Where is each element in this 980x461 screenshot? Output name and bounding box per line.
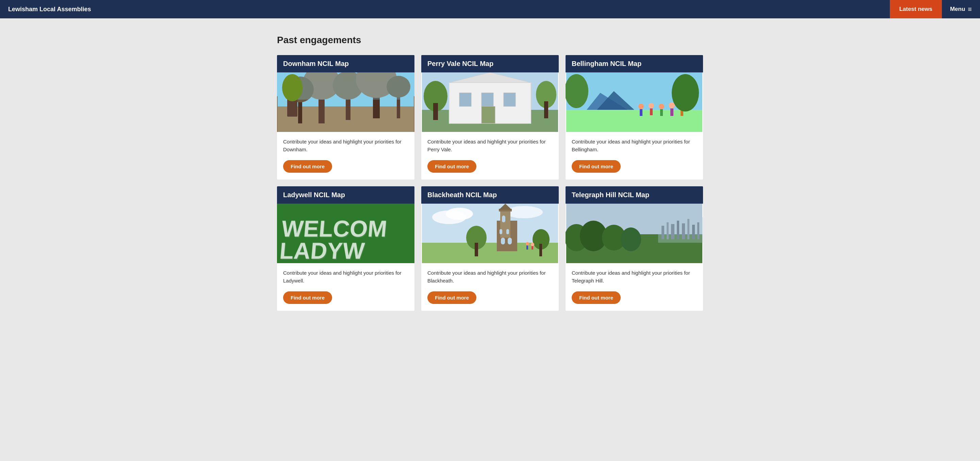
find-out-more-button-perry-vale[interactable]: Find out more bbox=[427, 160, 476, 173]
card-image-blackheath bbox=[421, 204, 559, 263]
svg-rect-4 bbox=[298, 86, 302, 124]
header: Lewisham Local Assemblies Latest news Me… bbox=[0, 0, 980, 18]
section-title: Past engagements bbox=[277, 35, 703, 46]
ladywell-image-svg: WELCOM LADYW WELCOM LADYW bbox=[277, 204, 414, 263]
svg-rect-56 bbox=[500, 229, 502, 234]
svg-point-48 bbox=[446, 208, 473, 220]
svg-rect-34 bbox=[660, 109, 663, 116]
card-title-downham: Downham NCIL Map bbox=[283, 60, 349, 67]
svg-rect-36 bbox=[670, 108, 673, 116]
card-header-ladywell: Ladywell NCIL Map bbox=[277, 186, 414, 204]
svg-rect-23 bbox=[433, 103, 438, 120]
card-description-blackheath: Contribute your ideas and highlight your… bbox=[427, 269, 553, 285]
card-image-perry-vale bbox=[421, 73, 559, 132]
card-header-blackheath: Blackheath NCIL Map bbox=[421, 186, 559, 204]
card-body-telegraph-hill: Contribute your ideas and highlight your… bbox=[566, 263, 703, 311]
card-header-downham: Downham NCIL Map bbox=[277, 55, 414, 73]
svg-rect-61 bbox=[475, 243, 478, 256]
card-title-blackheath: Blackheath NCIL Map bbox=[427, 191, 497, 198]
latest-news-button[interactable]: Latest news bbox=[890, 0, 942, 18]
svg-point-35 bbox=[669, 102, 675, 108]
card-body-perry-vale: Contribute your ideas and highlight your… bbox=[421, 132, 559, 179]
svg-text:LADYW: LADYW bbox=[279, 238, 366, 263]
find-out-more-button-telegraph-hill[interactable]: Find out more bbox=[572, 291, 620, 304]
card-description-perry-vale: Contribute your ideas and highlight your… bbox=[427, 138, 553, 153]
bellingham-image-svg bbox=[566, 73, 703, 132]
menu-icon: ≡ bbox=[968, 6, 972, 13]
card-header-bellingham: Bellingham NCIL Map bbox=[566, 55, 703, 73]
svg-rect-59 bbox=[508, 238, 512, 244]
card-image-bellingham bbox=[566, 73, 703, 132]
card-header-telegraph-hill: Telegraph Hill NCIL Map bbox=[566, 186, 703, 204]
svg-point-39 bbox=[672, 74, 699, 111]
card-body-downham: Contribute your ideas and highlight your… bbox=[277, 132, 414, 179]
card-body-blackheath: Contribute your ideas and highlight your… bbox=[421, 263, 559, 311]
card-body-ladywell: Contribute your ideas and highlight your… bbox=[277, 263, 414, 311]
svg-point-40 bbox=[566, 74, 588, 108]
svg-rect-17 bbox=[460, 93, 471, 106]
site-title: Lewisham Local Assemblies bbox=[0, 6, 99, 13]
perry-image-svg bbox=[421, 73, 559, 132]
svg-rect-24 bbox=[544, 101, 548, 118]
find-out-more-button-ladywell[interactable]: Find out more bbox=[283, 291, 332, 304]
find-out-more-button-blackheath[interactable]: Find out more bbox=[427, 291, 476, 304]
svg-point-33 bbox=[659, 104, 664, 109]
card-image-downham bbox=[277, 73, 414, 132]
downham-image-svg bbox=[277, 73, 414, 132]
svg-point-29 bbox=[638, 104, 644, 109]
find-out-more-button-bellingham[interactable]: Find out more bbox=[572, 160, 620, 173]
card-blackheath: Blackheath NCIL Map bbox=[421, 186, 559, 311]
card-title-bellingham: Bellingham NCIL Map bbox=[572, 60, 641, 67]
svg-rect-63 bbox=[539, 244, 542, 256]
card-perry-vale: Perry Vale NCIL Map bbox=[421, 55, 559, 179]
card-title-ladywell: Ladywell NCIL Map bbox=[283, 191, 345, 198]
card-image-ladywell: WELCOM LADYW WELCOM LADYW bbox=[277, 204, 414, 263]
svg-rect-67 bbox=[531, 246, 533, 250]
svg-point-64 bbox=[526, 242, 529, 246]
svg-rect-12 bbox=[278, 73, 414, 100]
find-out-more-button-downham[interactable]: Find out more bbox=[283, 160, 332, 173]
card-ladywell: Ladywell NCIL Map WELCOM LADYW WELCOM LA… bbox=[277, 186, 414, 311]
card-image-telegraph-hill bbox=[566, 204, 703, 263]
card-body-bellingham: Contribute your ideas and highlight your… bbox=[566, 132, 703, 179]
blackheath-image-svg bbox=[421, 204, 559, 263]
svg-rect-65 bbox=[527, 246, 528, 250]
card-title-perry-vale: Perry Vale NCIL Map bbox=[427, 60, 493, 67]
svg-point-66 bbox=[531, 243, 534, 246]
svg-rect-19 bbox=[504, 93, 515, 106]
svg-point-73 bbox=[620, 227, 641, 251]
card-telegraph-hill: Telegraph Hill NCIL Map bbox=[566, 186, 703, 311]
card-description-downham: Contribute your ideas and highlight your… bbox=[283, 138, 408, 153]
svg-point-49 bbox=[505, 206, 543, 218]
card-header-perry-vale: Perry Vale NCIL Map bbox=[421, 55, 559, 73]
main-content: Past engagements Downham NCIL Map bbox=[269, 18, 711, 331]
menu-button[interactable]: Menu ≡ bbox=[942, 0, 980, 18]
card-description-ladywell: Contribute your ideas and highlight your… bbox=[283, 269, 408, 285]
svg-rect-20 bbox=[482, 106, 495, 124]
svg-rect-82 bbox=[658, 217, 703, 243]
card-description-bellingham: Contribute your ideas and highlight your… bbox=[572, 138, 697, 153]
svg-rect-55 bbox=[502, 215, 505, 222]
header-right: Latest news Menu ≡ bbox=[890, 0, 980, 18]
svg-point-31 bbox=[649, 103, 654, 108]
cards-grid: Downham NCIL Map bbox=[277, 55, 703, 311]
svg-rect-18 bbox=[482, 93, 493, 106]
svg-rect-32 bbox=[650, 108, 653, 115]
card-description-telegraph-hill: Contribute your ideas and highlight your… bbox=[572, 269, 697, 285]
card-title-telegraph-hill: Telegraph Hill NCIL Map bbox=[572, 191, 649, 198]
svg-rect-30 bbox=[640, 109, 643, 116]
card-downham: Downham NCIL Map bbox=[277, 55, 414, 179]
telegraph-image-svg bbox=[566, 204, 703, 263]
menu-label: Menu bbox=[950, 6, 965, 13]
card-bellingham: Bellingham NCIL Map bbox=[566, 55, 703, 179]
svg-rect-57 bbox=[506, 229, 509, 234]
svg-rect-58 bbox=[501, 238, 505, 244]
